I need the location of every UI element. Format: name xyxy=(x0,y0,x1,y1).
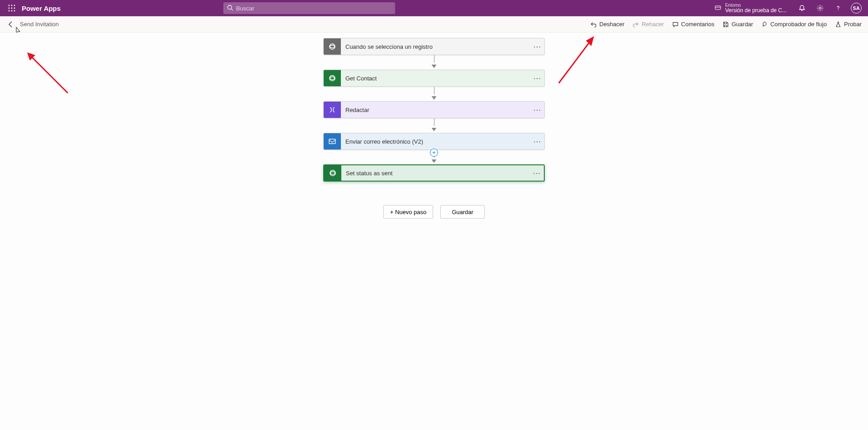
flow-step-label: Cuando se selecciona un registro xyxy=(341,43,531,50)
flow-checker-label: Comprobador de flujo xyxy=(770,21,827,28)
annotation-arrow-left xyxy=(23,48,72,99)
step-menu-icon[interactable]: ··· xyxy=(530,170,544,177)
svg-marker-22 xyxy=(432,96,436,99)
environment-picker[interactable]: Entorno Versión de prueba de C... xyxy=(709,0,792,16)
svg-point-2 xyxy=(14,5,15,6)
dataverse-icon xyxy=(324,70,341,87)
add-step-icon[interactable]: + xyxy=(430,149,438,157)
search-icon xyxy=(227,5,233,12)
flow-title: Send Invitation xyxy=(20,21,59,28)
dataverse-icon xyxy=(324,38,341,55)
app-title: Power Apps xyxy=(22,5,61,12)
new-step-button[interactable]: + Nuevo paso xyxy=(383,205,434,219)
comments-button[interactable]: Comentarios xyxy=(672,21,715,28)
flow-connector xyxy=(432,118,436,133)
flow-step-label: Set status as sent xyxy=(341,170,530,177)
flow-step-label: Get Contact xyxy=(341,75,531,82)
flow-step-trigger[interactable]: Cuando se selecciona un registro ··· xyxy=(323,38,545,55)
compose-icon xyxy=(324,101,341,118)
svg-point-1 xyxy=(11,5,13,6)
avatar[interactable]: SA xyxy=(851,3,862,14)
undo-label: Deshacer xyxy=(599,21,625,28)
environment-icon xyxy=(714,4,722,13)
step-menu-icon[interactable]: ··· xyxy=(531,138,544,145)
flow-step-compose[interactable]: Redactar ··· xyxy=(323,101,545,118)
step-menu-icon[interactable]: ··· xyxy=(531,43,544,50)
flow-step-label: Redactar xyxy=(341,107,531,113)
command-bar: Send Invitation Deshacer Rehacer Comenta… xyxy=(0,16,868,33)
undo-button[interactable]: Deshacer xyxy=(590,21,625,28)
help-icon[interactable] xyxy=(830,0,846,16)
test-button[interactable]: Probar xyxy=(835,21,862,28)
svg-line-10 xyxy=(231,9,233,10)
environment-label: Entorno xyxy=(725,3,787,8)
svg-point-5 xyxy=(14,8,15,9)
flow-step-get-contact[interactable]: Get Contact ··· xyxy=(323,70,545,87)
save-label: Guardar xyxy=(731,21,753,28)
environment-name: Versión de prueba de C... xyxy=(725,8,787,14)
svg-rect-11 xyxy=(715,6,721,9)
svg-point-21 xyxy=(330,75,335,81)
outlook-icon xyxy=(324,133,341,150)
test-label: Probar xyxy=(844,21,862,28)
redo-button: Rehacer xyxy=(632,21,664,28)
app-header: Power Apps Entorno Versión de prueba de … xyxy=(0,0,868,16)
back-button[interactable] xyxy=(6,20,15,29)
app-launcher-icon[interactable] xyxy=(4,0,20,16)
svg-rect-24 xyxy=(329,139,335,144)
flow-connector-with-add: + xyxy=(432,150,436,164)
svg-point-0 xyxy=(9,5,10,6)
svg-point-6 xyxy=(9,10,10,12)
svg-marker-23 xyxy=(432,128,436,131)
search-input[interactable] xyxy=(236,5,392,12)
svg-point-8 xyxy=(14,10,15,12)
search-box[interactable] xyxy=(223,2,395,14)
flow-step-set-status[interactable]: Set status as sent ··· xyxy=(323,164,545,182)
flow-column: Cuando se selecciona un registro ··· Get… xyxy=(323,38,545,219)
svg-point-19 xyxy=(330,44,335,49)
flow-checker-button[interactable]: Comprobador de flujo xyxy=(761,21,827,28)
svg-marker-20 xyxy=(432,65,436,68)
annotation-arrow-right xyxy=(554,33,604,88)
svg-line-17 xyxy=(559,40,591,83)
svg-marker-25 xyxy=(432,159,436,163)
comments-label: Comentarios xyxy=(681,21,715,28)
svg-point-4 xyxy=(11,8,13,9)
flow-connector xyxy=(432,87,436,101)
svg-line-15 xyxy=(31,56,68,93)
svg-point-3 xyxy=(9,8,10,9)
notifications-icon[interactable] xyxy=(794,0,810,16)
svg-point-13 xyxy=(819,7,821,9)
dataverse-icon xyxy=(324,164,341,182)
save-button[interactable]: Guardar xyxy=(722,21,753,28)
svg-point-7 xyxy=(11,10,13,12)
step-menu-icon[interactable]: ··· xyxy=(531,75,544,82)
svg-point-14 xyxy=(838,10,838,10)
step-menu-icon[interactable]: ··· xyxy=(531,107,544,113)
save-flow-button[interactable]: Guardar xyxy=(440,205,485,219)
flow-connector xyxy=(432,55,436,70)
flow-canvas[interactable]: Cuando se selecciona un registro ··· Get… xyxy=(0,33,868,430)
flow-step-label: Enviar correo electrónico (V2) xyxy=(341,138,531,145)
flow-action-row: + Nuevo paso Guardar xyxy=(383,205,485,219)
svg-point-9 xyxy=(228,5,232,9)
settings-icon[interactable] xyxy=(812,0,828,16)
svg-point-26 xyxy=(330,170,335,176)
redo-label: Rehacer xyxy=(642,21,664,28)
flow-step-send-email[interactable]: Enviar correo electrónico (V2) ··· xyxy=(323,133,545,150)
